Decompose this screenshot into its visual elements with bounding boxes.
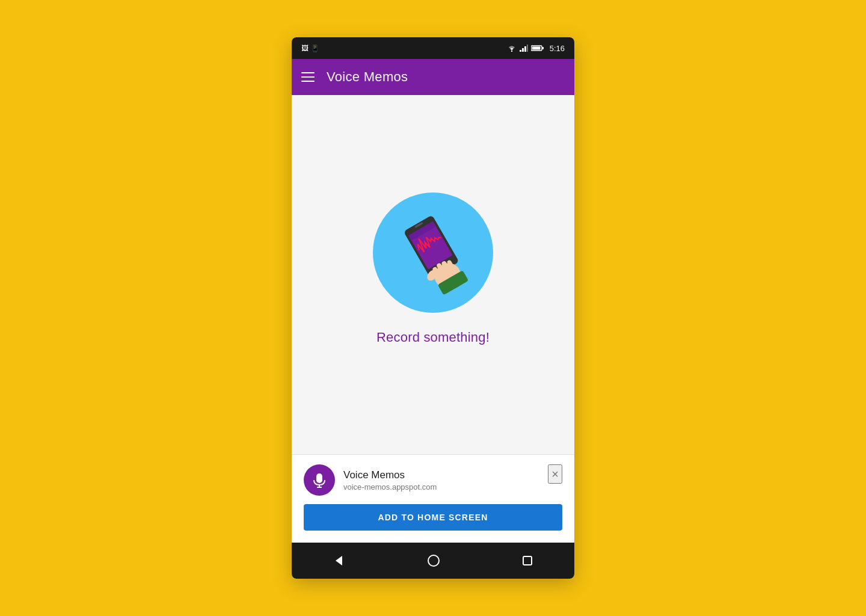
status-left-icons: 🖼 📱 xyxy=(301,44,319,52)
home-icon xyxy=(427,554,440,567)
svg-rect-19 xyxy=(316,473,322,483)
svg-rect-3 xyxy=(524,46,526,52)
home-button[interactable] xyxy=(413,549,455,572)
record-prompt: Record something! xyxy=(376,330,490,345)
svg-point-0 xyxy=(511,51,512,52)
app-title: Voice Memos xyxy=(327,69,408,85)
svg-rect-7 xyxy=(532,47,540,50)
status-bar: 🖼 📱 5:16 xyxy=(292,37,574,59)
banner-url: voice-memos.appspot.com xyxy=(343,482,539,491)
app-bar: Voice Memos xyxy=(292,59,574,95)
voice-memo-illustration xyxy=(385,205,481,301)
bottom-banner: Voice Memos voice-memos.appspot.com × AD… xyxy=(292,454,574,543)
back-button[interactable] xyxy=(318,549,360,572)
svg-rect-24 xyxy=(523,556,532,565)
back-icon xyxy=(333,554,346,567)
status-icons: 5:16 xyxy=(507,44,565,53)
banner-info: Voice Memos voice-memos.appspot.com xyxy=(343,469,539,491)
hamburger-icon[interactable] xyxy=(301,72,315,82)
recents-button[interactable] xyxy=(507,550,548,571)
main-content: Record something! xyxy=(292,95,574,454)
svg-point-23 xyxy=(428,555,439,566)
recents-icon xyxy=(521,555,533,567)
phone-frame: 🖼 📱 5:16 xyxy=(292,37,574,579)
signal-icon xyxy=(520,45,528,52)
illustration-circle xyxy=(373,192,493,313)
svg-rect-1 xyxy=(520,50,521,52)
battery-icon xyxy=(531,45,544,52)
svg-rect-4 xyxy=(527,45,528,52)
close-button[interactable]: × xyxy=(548,464,562,484)
nav-bar xyxy=(292,543,574,579)
phone-icon: 📱 xyxy=(311,45,319,52)
svg-marker-22 xyxy=(336,556,342,565)
app-icon-circle xyxy=(304,464,335,496)
svg-rect-6 xyxy=(542,47,544,49)
status-time: 5:16 xyxy=(550,44,565,53)
svg-rect-2 xyxy=(522,48,524,52)
mic-icon xyxy=(311,472,328,488)
wifi-icon xyxy=(507,45,517,52)
banner-header: Voice Memos voice-memos.appspot.com × xyxy=(304,464,562,496)
photo-icon: 🖼 xyxy=(301,44,309,52)
banner-app-name: Voice Memos xyxy=(343,469,539,481)
add-to-home-screen-button[interactable]: ADD TO HOME SCREEN xyxy=(304,504,562,531)
